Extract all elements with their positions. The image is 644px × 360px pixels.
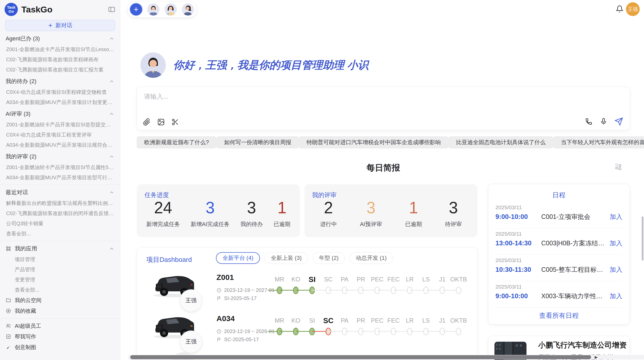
assistant-avatar [140,52,166,78]
list-item[interactable]: A034-全新新能源MUV产品开发项目计划变更表编写 [0,97,120,107]
schedule-entry: 2025/03/11 13:00-14:30 C003|H0B-方案冻结评审 加… [495,228,622,255]
greeting-text: 你好，王强，我是你的项目管理助理 小识 [173,58,369,72]
user-avatar[interactable]: 王强 [626,2,640,16]
scissors-icon[interactable] [171,118,179,126]
list-item[interactable]: Z001-全新燃油皮卡产品开发项目SI节点Lesson Learn报告 [0,44,120,54]
section-my-todo[interactable]: 我的待办 (2) [0,76,120,87]
horizontal-scrollbar-thumb[interactable] [130,355,591,359]
my-review-card: 我的评审 2 进行中 3 AI预评审 1 已逾期 3 待评审 [304,184,477,237]
briefing-title: 每日简报 [137,162,630,174]
filter-tab[interactable]: 全新上装 (3) [265,252,308,264]
list-item[interactable]: Z001-全新燃油轻卡产品开发项目SI造型提交物评审 [0,119,120,130]
chevron-up-icon [109,154,114,159]
list-item[interactable]: A034-全新新能源MUV产品开发项目法规符合性评审 [0,140,120,150]
paperclip-icon[interactable] [143,118,151,126]
suggestion-chips: 欧洲新规最近颁布了什么? 如何写一份清晰的项目周报 特朗普可能对进口汽车增税会对… [137,136,630,148]
sidebar-item-project-mgmt[interactable]: 项目管理 [0,254,120,264]
scroll-right-arrow-icon[interactable]: ▶ [595,355,598,359]
stat-pending-review: 3 待评审 [445,199,462,228]
phone-icon[interactable] [585,118,593,125]
schedule-entry: 2025/03/11 9:00-10:00 X003-车辆动力学性能验... 加… [495,281,622,308]
section-my-review[interactable]: 我的评审 (2) [0,151,120,162]
entry-title: C001-立项审批会 [541,213,605,221]
suggestion-chip[interactable]: 比亚迪全固态电池计划具体说了什么 [448,136,553,148]
stat-overdue: 1 已逾期 [405,199,422,228]
sidebar-item-label: AI超级员工 [15,322,41,329]
logo-text-bottom: Go [9,9,14,13]
section-label: 我的评审 (2) [6,153,36,160]
user-avatar-label: 王强 [628,6,638,13]
chevron-up-icon [109,190,114,195]
chat-input[interactable] [143,93,450,100]
section-recent-chats[interactable]: 最近对话 [0,187,120,198]
vertical-scrollbar-thumb[interactable] [642,216,643,261]
list-item[interactable]: 公司Q3轻卡销量 [0,218,120,229]
layout-grid-icon[interactable] [614,163,622,171]
view-all-apps[interactable]: 查看全部... [0,285,120,295]
join-link[interactable]: 加入 [610,292,622,300]
bell-icon[interactable] [616,5,623,13]
sidebar-item-product-mgmt[interactable]: 产品管理 [0,264,120,275]
section-label: 我的应用 [15,245,37,252]
suggestion-chip[interactable]: 特朗普可能对进口汽车增税会对中国车企造成哪些影响 [299,136,448,148]
join-link[interactable]: 加入 [610,239,622,247]
list-item[interactable]: Z001-全新燃油轻卡产品开发项目SI节点属性5D文件评审 [0,162,120,172]
section-agent-done[interactable]: Agent已办 (3) [0,33,120,44]
send-icon[interactable] [614,117,623,126]
list-item[interactable]: C0X4-动力总成开发项目SI里程碑提交物检查 [0,87,120,97]
view-all-recent[interactable]: 查看全部... [0,229,120,239]
section-my-apps[interactable]: 我的应用 [0,243,120,254]
stat-label: 新增完成任务 [146,220,180,228]
sidebar-item-creative-draw[interactable]: 创意制图 [0,342,120,353]
avatar[interactable] [182,3,194,16]
entry-title: X003-车辆动力学性能验... [541,292,605,300]
app-title: TaskGo [21,5,52,14]
news-title: 小鹏飞行汽车制造公司增资 [538,340,627,350]
milestone-dot [456,287,461,294]
suggestion-chip[interactable]: 如何写一份清晰的项目周报 [216,136,299,148]
entry-date: 2025/03/11 [495,231,522,237]
image-icon[interactable] [157,118,165,126]
sidebar-item-help-write[interactable]: 帮我写作 [0,331,120,342]
chat-composer [137,87,630,130]
sidebar-item-cloud-space[interactable]: 我的云空间 [0,295,120,306]
suggestion-chip[interactable]: 当下年轻人对汽车外观有怎样的喜好趋势 [553,136,644,148]
join-link[interactable]: 加入 [610,213,622,221]
project-code: A034 [216,314,235,323]
stat-label: 已逾期 [405,220,422,228]
section-label: 最近对话 [6,189,28,196]
mic-icon[interactable] [600,118,607,125]
logo-text-top: Task [7,5,15,9]
star-circle-icon [6,308,11,314]
milestone-dot [456,328,461,335]
dashboard-title: 项目Dashboard [146,255,192,264]
list-item[interactable]: 解释最新出台的欧盟报废车法规再生塑料比例被调至15%... [0,198,120,208]
sidebar-item-ai-super-staff[interactable]: AI超级员工 [0,321,120,331]
list-item[interactable]: C02-飞腾新能源轻客改款项目里程碑画布 [0,54,120,65]
view-all-schedule-link[interactable]: 查看所有日程 [488,311,630,320]
join-link[interactable]: 加入 [610,265,622,274]
suggestion-chip[interactable]: 欧洲新规最近颁布了什么? [137,136,216,148]
list-item[interactable]: C02-飞腾新能源轻客改款项目立项汇报方案 [0,65,120,75]
list-item[interactable]: C0X4-动力总成开发项目工程变更评审 [0,130,120,140]
project-row[interactable]: 王强 A034 2023-12-19 ~ 2026-01-19 SC-2025-… [137,307,477,347]
project-dashboard-card: 项目Dashboard 全新平台 (4) 全新上装 (3) 年型 (2) 动总开… [137,247,478,360]
add-assistant-button[interactable] [130,3,142,16]
filter-tab[interactable]: 年型 (2) [313,252,345,264]
project-next-milestone: SC-2025-05-17 [216,337,259,342]
sidebar-item-change-mgmt[interactable]: 变更管理 [0,275,120,285]
new-chat-button[interactable]: 新对话 [5,20,115,31]
sidebar-collapse-icon[interactable] [108,6,115,13]
filter-tab[interactable]: 动总开发 (1) [349,252,393,264]
section-label: AI评审 (3) [6,110,31,118]
list-item[interactable]: A034-全新新能源MUV产品开发项目造型可行性评审 [0,172,120,183]
filter-tab[interactable]: 全新平台 (4) [216,252,260,264]
project-row[interactable]: 王强 Z001 2023-12-19 ~ 2027-01-19 SI-2025-… [137,265,477,306]
stat-label: 已逾期 [274,220,290,228]
list-item[interactable]: C02-飞腾新能源轻客改款项目的闭环通告反馈情况 [0,208,120,218]
section-ai-review[interactable]: AI评审 (3) [0,108,120,119]
card-label: 我的评审 [312,191,336,199]
avatar[interactable] [147,3,159,16]
sidebar-item-favorites[interactable]: 我的收藏 [0,306,120,316]
avatar[interactable] [165,3,177,16]
